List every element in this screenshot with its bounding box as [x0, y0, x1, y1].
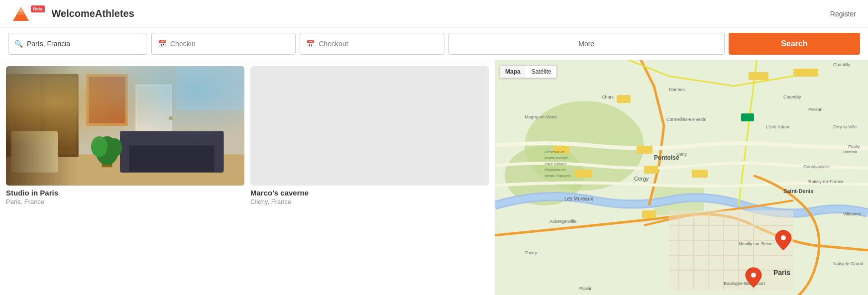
location-field[interactable]: 🔍	[8, 33, 147, 55]
svg-text:Osny: Osny	[676, 152, 687, 157]
svg-text:fauna salvaje: fauna salvaje	[544, 156, 568, 160]
listing-image-1	[6, 66, 244, 186]
svg-rect-12	[137, 86, 170, 153]
map-panel: Mapa Satélite	[495, 60, 868, 295]
svg-text:Pontoise: Pontoise	[654, 154, 679, 161]
svg-text:Vexin Français: Vexin Français	[544, 174, 571, 178]
svg-rect-24	[177, 66, 244, 110]
listing-location-1: Paris, France	[6, 198, 244, 205]
svg-point-22	[91, 136, 108, 157]
svg-text:Goussainville: Goussainville	[803, 164, 830, 169]
checkin-input[interactable]	[170, 40, 289, 48]
svg-text:Plailly: Plailly	[848, 144, 860, 149]
svg-rect-44	[637, 146, 652, 154]
search-icon: 🔍	[14, 40, 23, 48]
svg-rect-7	[8, 77, 39, 154]
svg-rect-8	[45, 77, 76, 154]
svg-text:Marines: Marines	[669, 87, 685, 92]
map-tab-satelite[interactable]: Satélite	[527, 66, 556, 78]
location-input[interactable]	[27, 40, 141, 48]
more-label: More	[578, 40, 594, 48]
svg-text:L'Isle-Adam: L'Isle-Adam	[766, 124, 789, 129]
svg-text:Les Mureaux: Les Mureaux	[564, 196, 593, 201]
svg-text:Paris: Paris	[773, 269, 790, 277]
svg-text:Boulogne-Billancourt: Boulogne-Billancourt	[724, 281, 765, 286]
listing-title-2: Marco's caverne	[250, 189, 489, 197]
svg-text:Thoiry: Thoiry	[525, 250, 537, 255]
svg-text:Magny-en-Vexin: Magny-en-Vexin	[525, 114, 557, 119]
svg-text:Damma...: Damma...	[843, 150, 861, 154]
checkin-field[interactable]: 📅	[151, 33, 296, 55]
svg-text:Noisy-le-Grand: Noisy-le-Grand	[833, 261, 863, 266]
svg-rect-19	[11, 131, 58, 144]
listing-location-2: Clichy, France	[250, 198, 489, 205]
svg-rect-9	[86, 74, 127, 126]
svg-text:Roissy-en-France: Roissy-en-France	[808, 179, 844, 184]
listing-title-1: Studio in Paris	[6, 189, 244, 197]
map-controls: Mapa Satélite	[500, 65, 557, 78]
svg-rect-20	[102, 152, 112, 167]
room-photo-1	[6, 66, 244, 186]
svg-rect-43	[617, 95, 631, 103]
checkout-input[interactable]	[319, 40, 437, 48]
calendar-icon-checkout: 📅	[306, 40, 315, 48]
calendar-icon-checkin: 📅	[158, 40, 166, 48]
map-background: Pontoise Cergy Saint-Denis Paris Neuilly…	[495, 60, 868, 295]
beta-badge: Beta	[31, 5, 45, 12]
logo-icon	[12, 5, 30, 23]
svg-rect-17	[215, 131, 224, 172]
listing-image-2	[250, 66, 489, 186]
svg-rect-29	[669, 210, 793, 290]
svg-rect-11	[135, 85, 172, 155]
listing-card-1[interactable]: Studio in Paris Paris, France	[6, 66, 244, 205]
svg-rect-40	[749, 72, 768, 80]
svg-text:Parc Naturel: Parc Naturel	[544, 162, 567, 166]
svg-text:Plaisir: Plaisir	[579, 286, 591, 291]
svg-rect-15	[120, 131, 223, 145]
svg-rect-10	[89, 77, 125, 123]
svg-text:Chars: Chars	[602, 95, 614, 99]
svg-rect-4	[6, 152, 244, 186]
header: Beta WelcomeAthletes Register	[0, 0, 868, 28]
svg-text:Régional du: Régional du	[544, 168, 566, 172]
svg-rect-14	[120, 141, 223, 172]
svg-rect-48	[692, 170, 708, 178]
svg-text:Cergy: Cergy	[634, 176, 649, 182]
logo-area: Beta WelcomeAthletes	[12, 5, 134, 23]
more-field[interactable]: More	[448, 33, 725, 55]
svg-rect-42	[741, 113, 754, 121]
checkout-field[interactable]: 📅	[300, 33, 444, 55]
svg-text:Cormeilles-en-Vexin: Cormeilles-en-Vexin	[666, 117, 706, 122]
svg-rect-6	[6, 74, 79, 157]
svg-rect-3	[6, 66, 244, 186]
svg-point-13	[169, 116, 173, 120]
svg-point-83	[781, 235, 786, 240]
svg-rect-45	[574, 170, 592, 178]
svg-text:Saint-Denis: Saint-Denis	[783, 188, 813, 194]
svg-text:Aubergenville: Aubergenville	[549, 219, 576, 224]
svg-rect-41	[793, 69, 818, 77]
svg-text:Neuilly-sur-Seine: Neuilly-sur-Seine	[739, 241, 772, 246]
logo-text: WelcomeAthletes	[52, 8, 134, 19]
svg-text:Orry-la-Ville: Orry-la-Ville	[833, 124, 857, 129]
map-svg: Pontoise Cergy Saint-Denis Paris Neuilly…	[495, 60, 868, 295]
svg-rect-49	[642, 210, 656, 218]
map-tab-mapa[interactable]: Mapa	[500, 66, 526, 78]
listing-card-2[interactable]: Marco's caverne Clichy, France	[250, 66, 489, 205]
svg-rect-18	[11, 141, 58, 172]
svg-text:Persan: Persan	[808, 107, 822, 112]
svg-text:Chantilly: Chantilly	[833, 62, 851, 67]
svg-point-21	[96, 136, 118, 165]
placeholder-photo-2	[250, 66, 489, 186]
listings-panel: Studio in Paris Paris, France Marco's ca…	[0, 60, 495, 295]
register-link[interactable]: Register	[830, 10, 856, 18]
search-button[interactable]: Search	[729, 33, 860, 55]
svg-point-84	[751, 273, 756, 278]
svg-text:Villepinte: Villepinte	[843, 211, 861, 216]
search-bar: 🔍 📅 📅 More Search	[0, 28, 868, 60]
svg-rect-16	[120, 131, 129, 172]
svg-point-23	[108, 138, 122, 157]
svg-text:Reserva de: Reserva de	[544, 150, 565, 154]
svg-text:Chambly: Chambly	[783, 95, 801, 99]
svg-rect-47	[644, 166, 658, 174]
